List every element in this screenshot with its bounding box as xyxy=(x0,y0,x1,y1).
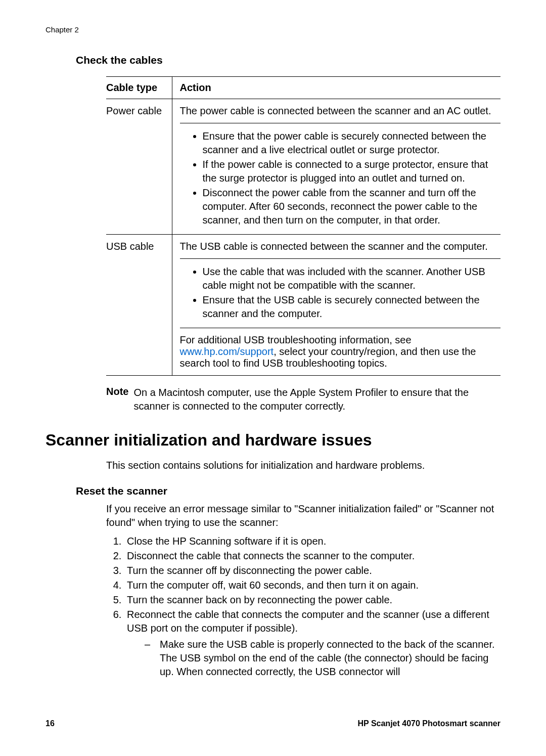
table-row: Power cable The power cable is connected… xyxy=(106,99,500,235)
list-item: Use the cable that was included with the… xyxy=(203,265,501,292)
step6-text: Reconnect the cable that connects the co… xyxy=(127,609,489,634)
list-item: If the power cable is connected to a sur… xyxy=(203,158,501,185)
list-item: Ensure that the USB cable is securely co… xyxy=(203,293,501,321)
usb-footer: For additional USB troubleshooting infor… xyxy=(180,328,501,375)
section2-intro: This section contains solutions for init… xyxy=(106,459,500,472)
step-item: Turn the scanner off by disconnecting th… xyxy=(124,564,500,577)
step-item: Reconnect the cable that connects the co… xyxy=(124,608,500,679)
list-item: Disconnect the power cable from the scan… xyxy=(203,186,501,227)
usb-bullets: Use the cable that was included with the… xyxy=(180,265,501,321)
note-text: On a Macintosh computer, use the Apple S… xyxy=(133,386,500,413)
cable-type-usb: USB cable xyxy=(106,235,172,376)
reset-steps: Close the HP Scanning software if it is … xyxy=(106,535,500,679)
note-label: Note xyxy=(106,386,133,413)
table-row: USB cable The USB cable is connected bet… xyxy=(106,235,500,376)
table-header-cable-type: Cable type xyxy=(106,77,172,99)
page-footer: 16 HP Scanjet 4070 Photosmart scanner xyxy=(46,719,500,728)
power-intro: The power cable is connected between the… xyxy=(180,99,501,123)
cable-type-power: Power cable xyxy=(106,99,172,235)
step-item: Turn the scanner back on by reconnecting… xyxy=(124,593,500,607)
usb-intro: The USB cable is connected between the s… xyxy=(180,235,501,259)
usb-support-link[interactable]: www.hp.com/support xyxy=(180,346,274,357)
action-power: The power cable is connected between the… xyxy=(172,99,500,235)
page-number: 16 xyxy=(46,719,55,728)
note-block: Note On a Macintosh computer, use the Ap… xyxy=(106,386,500,413)
step-item: Close the HP Scanning software if it is … xyxy=(124,535,500,548)
product-name: HP Scanjet 4070 Photosmart scanner xyxy=(358,719,501,728)
cable-table: Cable type Action Power cable The power … xyxy=(106,76,500,376)
chapter-label: Chapter 2 xyxy=(46,25,500,34)
step-item: Turn the computer off, wait 60 seconds, … xyxy=(124,579,500,592)
table-header-action: Action xyxy=(172,77,500,99)
sub-dash-item: Make sure the USB cable is properly conn… xyxy=(145,638,500,679)
subsection-title-reset: Reset the scanner xyxy=(76,485,500,497)
action-usb: The USB cable is connected between the s… xyxy=(172,235,500,376)
list-item: Ensure that the power cable is securely … xyxy=(203,129,501,157)
reset-para: If you receive an error message similar … xyxy=(106,502,500,529)
main-heading-scanner-init: Scanner initialization and hardware issu… xyxy=(46,431,500,450)
usb-footer-pre: For additional USB troubleshooting infor… xyxy=(180,334,412,345)
section-title-check-cables: Check the cables xyxy=(76,54,500,66)
step-item: Disconnect the cable that connects the s… xyxy=(124,549,500,563)
step6-sublist: Make sure the USB cable is properly conn… xyxy=(127,638,500,679)
power-bullets: Ensure that the power cable is securely … xyxy=(180,129,501,227)
